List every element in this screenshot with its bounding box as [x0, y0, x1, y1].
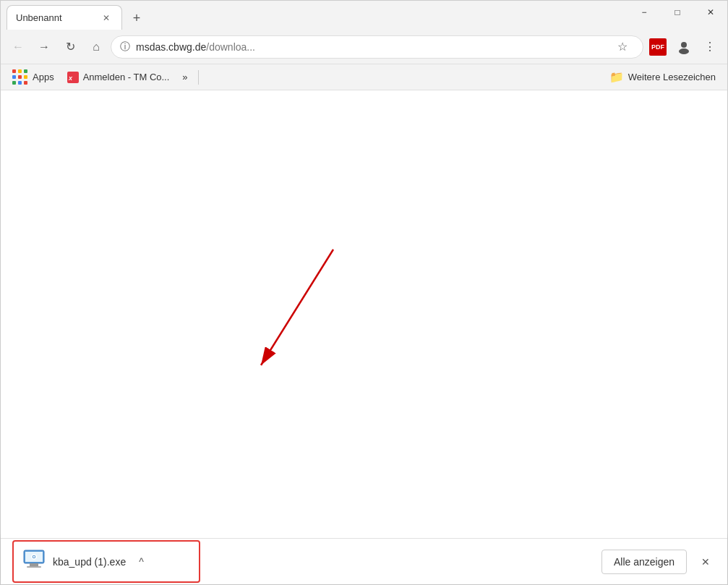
main-content [1, 90, 727, 538]
title-bar: Unbenannt ✕ + − □ ✕ [1, 1, 727, 30]
reload-button[interactable]: ↻ [59, 35, 82, 59]
more-bookmarks-button[interactable]: » [176, 69, 193, 85]
home-button[interactable]: ⌂ [85, 35, 108, 59]
folder-icon: 📁 [609, 70, 624, 84]
browser-tab[interactable]: Unbenannt ✕ [7, 5, 122, 30]
address-bar[interactable]: ⓘ msdas.cbwg.de/downloa... ☆ [111, 35, 643, 59]
svg-point-10 [33, 556, 35, 558]
arrow-annotation [218, 235, 377, 394]
bookmarks-divider [198, 70, 199, 85]
tm-bookmark[interactable]: x Anmelden - TM Co... [61, 69, 176, 86]
url-path: /downloa... [206, 41, 255, 53]
download-expand-button[interactable]: ^ [139, 556, 144, 568]
alle-anzeigen-button[interactable]: Alle anzeigen [601, 550, 687, 574]
svg-rect-6 [30, 563, 38, 566]
svg-text:x: x [68, 74, 73, 82]
weitere-lesezeichen-button[interactable]: 📁 Weitere Lesezeichen [604, 67, 721, 87]
back-button[interactable]: ← [7, 35, 30, 59]
forward-button[interactable]: → [33, 35, 56, 59]
bookmarks-bar: Apps x Anmelden - TM Co... » 📁 Weitere L… [1, 64, 727, 90]
apps-grid-icon [12, 69, 28, 85]
tab-close-button[interactable]: ✕ [100, 12, 113, 25]
menu-button[interactable]: ⋮ [698, 35, 721, 59]
close-button[interactable]: ✕ [694, 1, 727, 24]
weitere-lesezeichen-label: Weitere Lesezeichen [628, 72, 716, 82]
maximize-button[interactable]: □ [661, 1, 694, 24]
new-tab-button[interactable]: + [125, 8, 148, 28]
svg-point-1 [679, 48, 689, 54]
download-file-icon [22, 547, 46, 576]
url-domain: msdas.cbwg.de [136, 41, 206, 53]
window-controls: − □ ✕ [628, 1, 727, 24]
navigation-bar: ← → ↻ ⌂ ⓘ msdas.cbwg.de/downloa... ☆ PDF… [1, 30, 727, 64]
download-bar: kba_upd (1).exe ^ Alle anzeigen ✕ [1, 538, 727, 584]
svg-line-4 [261, 249, 333, 365]
download-filename: kba_upd (1).exe [53, 556, 126, 568]
apps-bookmark[interactable]: Apps [7, 67, 60, 88]
address-text: msdas.cbwg.de/downloa... [136, 41, 605, 53]
tm-label: Anmelden - TM Co... [83, 72, 170, 82]
profile-button[interactable] [672, 35, 695, 59]
tm-favicon: x [67, 72, 79, 83]
profile-icon [677, 40, 691, 54]
pdf-button[interactable]: PDF [646, 35, 669, 59]
apps-label: Apps [33, 72, 54, 82]
download-item[interactable]: kba_upd (1).exe ^ [12, 540, 200, 583]
minimize-button[interactable]: − [628, 1, 661, 24]
browser-window: Unbenannt ✕ + − □ ✕ ← → ↻ ⌂ ⓘ msdas.cbwg… [0, 0, 728, 585]
bookmark-star-button[interactable]: ☆ [611, 35, 634, 59]
svg-point-0 [681, 42, 687, 48]
site-info-icon[interactable]: ⓘ [120, 40, 130, 54]
svg-rect-7 [27, 566, 41, 568]
tab-bar: Unbenannt ✕ + [1, 1, 148, 30]
tab-title: Unbenannt [16, 12, 94, 23]
pdf-icon: PDF [649, 38, 667, 56]
download-bar-close-button[interactable]: ✕ [695, 552, 716, 572]
